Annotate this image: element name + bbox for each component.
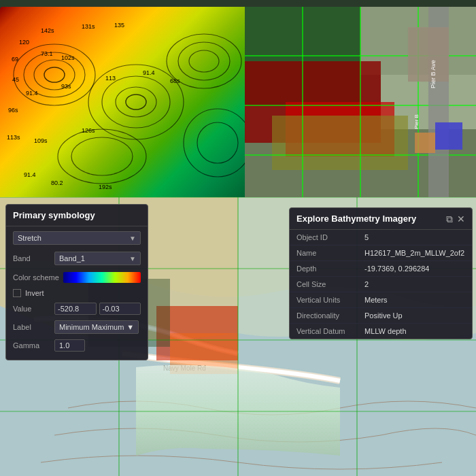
svg-point-10 [189, 50, 219, 72]
explore-icons: ⧉ ✕ [446, 214, 465, 224]
satellite-map: Pier B Ave Pier B [245, 7, 476, 204]
gamma-input[interactable]: 1.0 [54, 339, 85, 352]
band-row: Band Band_1 ▼ [6, 248, 148, 269]
svg-text:131s: 131s [82, 23, 95, 30]
label-select[interactable]: Minimum Maximum ▼ [54, 320, 139, 334]
symbology-panel: Primary symbology Stretch ▼ Band Band_1 … [5, 204, 148, 360]
color-scheme-row: Color scheme [6, 269, 148, 286]
explore-row: Vertical Units Meters [290, 292, 472, 308]
svg-rect-52 [435, 122, 462, 150]
svg-text:93s: 93s [61, 83, 71, 90]
svg-text:142s: 142s [41, 27, 54, 34]
color-bar[interactable] [63, 272, 141, 283]
label-row: Label Minimum Maximum ▼ [6, 318, 148, 337]
svg-text:126s: 126s [82, 127, 95, 134]
explore-value: 2 [364, 280, 369, 288]
topo-map: 120 142s 131s 135 69 73.1 102s 45 91.4 9… [0, 7, 258, 204]
explore-key: Depth [296, 265, 364, 273]
explore-key: Vertical Units [296, 296, 364, 304]
value-row: Value -520.8 -0.03 [6, 300, 148, 318]
explore-value: MLLW depth [364, 327, 407, 335]
svg-text:Pier B Ave: Pier B Ave [430, 60, 437, 88]
explore-key: Directionality [296, 311, 364, 320]
explore-key: Name [296, 249, 364, 257]
svg-text:91.4: 91.4 [143, 69, 155, 76]
label-label: Label [13, 323, 50, 331]
explore-row: Vertical Datum MLLW depth [290, 324, 472, 339]
svg-text:102s: 102s [61, 54, 75, 61]
explore-title: Explore Bathymetry Imagery [296, 214, 416, 224]
explore-table: Object ID 5 Name H12617_MB_2m_MLLW_2of2 … [290, 230, 472, 339]
explore-header: Explore Bathymetry Imagery ⧉ ✕ [290, 208, 472, 230]
band-select[interactable]: Band_1 ▼ [54, 252, 141, 265]
svg-text:69: 69 [12, 56, 18, 63]
svg-point-13 [184, 109, 252, 177]
value-max-input[interactable]: -0.03 [99, 303, 141, 315]
explore-value: Positive Up [364, 311, 403, 320]
svg-text:Pier B: Pier B [413, 114, 420, 129]
explore-value: Meters [364, 296, 388, 304]
value-inputs: -520.8 -0.03 [54, 303, 141, 315]
value-min-input[interactable]: -520.8 [54, 303, 97, 315]
explore-row: Object ID 5 [290, 230, 472, 245]
svg-rect-49 [408, 27, 449, 82]
svg-text:68s: 68s [170, 78, 180, 84]
explore-value: -19.7369, 0.296284 [364, 265, 429, 273]
invert-row: Invert [6, 286, 148, 300]
explore-row: Cell Size 2 [290, 277, 472, 292]
stretch-select[interactable]: Stretch ▼ [13, 231, 141, 245]
svg-point-12 [71, 137, 133, 175]
svg-text:91.4: 91.4 [24, 171, 36, 178]
band-arrow-icon: ▼ [129, 255, 136, 262]
close-icon[interactable]: ✕ [457, 214, 465, 224]
explore-key: Cell Size [296, 280, 364, 288]
svg-point-5 [102, 76, 170, 128]
invert-checkbox[interactable] [13, 289, 21, 297]
svg-text:192s: 192s [99, 184, 112, 190]
color-scheme-label: Color scheme [13, 273, 59, 282]
svg-point-3 [44, 67, 65, 82]
value-label: Value [13, 305, 50, 313]
explore-key: Vertical Datum [296, 327, 364, 335]
svg-text:109s: 109s [34, 137, 48, 144]
gamma-row: Gamma 1.0 [6, 337, 148, 354]
svg-text:91.4: 91.4 [26, 90, 38, 97]
svg-text:96s: 96s [8, 107, 18, 114]
svg-text:73.1: 73.1 [41, 50, 53, 57]
invert-label: Invert [25, 289, 44, 297]
gamma-label: Gamma [13, 341, 50, 350]
explore-panel: Explore Bathymetry Imagery ⧉ ✕ Object ID… [289, 207, 473, 339]
svg-point-9 [178, 42, 230, 80]
svg-text:80.2: 80.2 [51, 180, 63, 186]
svg-point-6 [116, 87, 156, 117]
explore-row: Depth -19.7369, 0.296284 [290, 261, 472, 277]
svg-rect-53 [415, 133, 435, 153]
explore-value: 5 [364, 233, 369, 241]
svg-rect-41 [272, 116, 408, 170]
symbology-title: Primary symbology [6, 205, 148, 226]
explore-value: H12617_MB_2m_MLLW_2of2 [364, 249, 464, 257]
svg-point-7 [126, 95, 146, 109]
stretch-arrow-icon: ▼ [129, 235, 136, 242]
explore-row: Name H12617_MB_2m_MLLW_2of2 [290, 245, 472, 261]
explore-row: Directionality Positive Up [290, 308, 472, 324]
restore-icon[interactable]: ⧉ [446, 214, 453, 224]
svg-text:120: 120 [19, 39, 29, 46]
svg-text:135: 135 [114, 22, 124, 29]
label-arrow-icon: ▼ [126, 323, 134, 331]
svg-text:113s: 113s [7, 134, 20, 141]
svg-text:45: 45 [12, 76, 19, 83]
svg-text:113: 113 [105, 75, 116, 82]
band-label: Band [13, 254, 50, 262]
svg-point-14 [197, 122, 238, 163]
stretch-row: Stretch ▼ [6, 226, 148, 248]
explore-key: Object ID [296, 233, 364, 241]
